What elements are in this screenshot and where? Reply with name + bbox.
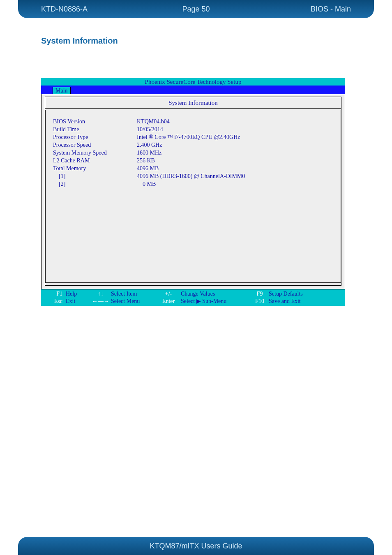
header-left: KTD-N0886-A: [41, 5, 88, 14]
key-f9: F9: [251, 290, 269, 298]
page-header-banner: KTD-N0886-A Page 50 BIOS - Main: [18, 0, 374, 18]
key-esc: Esc: [41, 298, 66, 305]
bios-setup-title: Phoenix SecureCore Technology Setup: [41, 78, 345, 86]
bios-info-row: Processor Speed 2.400 GHz: [51, 141, 336, 149]
bios-info-label: Processor Speed: [51, 141, 137, 149]
bios-info-label: Build Time: [51, 125, 137, 133]
footer-text: KTQM87/mITX Users Guide: [150, 542, 242, 550]
bios-info-value: 0 MB: [137, 180, 336, 188]
header-right: BIOS - Main: [311, 5, 351, 14]
bios-info-label: BIOS Version: [51, 118, 137, 125]
key-plusminus: +/-: [156, 290, 181, 298]
bios-footer-help: F1 Help ↑↓ Select Item +/- Change Values…: [41, 289, 345, 306]
bios-info-value: Intel ® Core ™ i7-4700EQ CPU @2.40GHz: [137, 133, 336, 141]
action-save-exit: Save and Exit: [269, 298, 345, 305]
bios-info-row: Build Time 10/05/2014: [51, 125, 336, 133]
bios-panel: System Information BIOS Version KTQM04.b…: [45, 97, 341, 286]
bios-info-row: Total Memory 4096 MB: [51, 164, 336, 172]
action-exit: Exit: [66, 298, 90, 305]
bios-footer-row: Esc Exit ←—→ Select Menu Enter Select ▶ …: [41, 298, 345, 305]
page-footer-banner: KTQM87/mITX Users Guide: [18, 537, 374, 555]
bios-info-table: BIOS Version KTQM04.b04 Build Time 10/05…: [51, 118, 336, 188]
bios-info-row: Processor Type Intel ® Core ™ i7-4700EQ …: [51, 133, 336, 141]
bios-info-value: KTQM04.b04: [137, 118, 336, 125]
bios-info-label: Total Memory: [51, 164, 137, 172]
bios-info-value: 256 KB: [137, 157, 336, 164]
action-help: Help: [66, 290, 90, 298]
key-leftright: ←—→: [90, 298, 111, 305]
bios-info-row: L2 Cache RAM 256 KB: [51, 157, 336, 164]
action-select-item: Select Item: [111, 290, 156, 298]
bios-info-value: 4096 MB (DDR3-1600) @ ChannelA-DIMM0: [137, 172, 336, 180]
bios-info-value: 2.400 GHz: [137, 141, 336, 149]
bios-footer-row: F1 Help ↑↓ Select Item +/- Change Values…: [41, 290, 345, 298]
bios-tab-bar: Main: [41, 86, 345, 94]
bios-screenshot: Phoenix SecureCore Technology Setup Main…: [41, 78, 345, 306]
section-heading: System Information: [41, 36, 118, 46]
bios-info-label: Processor Type: [51, 133, 137, 141]
bios-info-label: [2]: [51, 180, 137, 188]
bios-info-row: System Memory Speed 1600 MHz: [51, 149, 336, 157]
action-select-submenu: Select ▶ Sub-Menu: [181, 298, 251, 305]
key-f10: F10: [251, 298, 269, 305]
bios-body: System Information BIOS Version KTQM04.b…: [41, 94, 345, 289]
bios-info-row: [2] 0 MB: [51, 180, 336, 188]
action-select-menu: Select Menu: [111, 298, 156, 305]
bios-info-row: BIOS Version KTQM04.b04: [51, 118, 336, 125]
bios-info-value: 4096 MB: [137, 164, 336, 172]
key-f1: F1: [41, 290, 66, 298]
bios-info-value: 1600 MHz: [137, 149, 336, 157]
key-enter: Enter: [156, 298, 181, 305]
bios-info-value: 10/05/2014: [137, 125, 336, 133]
bios-tab-main[interactable]: Main: [53, 87, 71, 94]
bios-info-label: L2 Cache RAM: [51, 157, 137, 164]
key-updown: ↑↓: [90, 290, 111, 298]
bios-info-label: [1]: [51, 172, 137, 180]
bios-panel-title: System Information: [45, 99, 341, 109]
action-setup-defaults: Setup Defaults: [269, 290, 345, 298]
action-change-values: Change Values: [181, 290, 251, 298]
header-center: Page 50: [182, 5, 210, 14]
bios-panel-content: BIOS Version KTQM04.b04 Build Time 10/05…: [45, 110, 341, 283]
bios-info-row: [1] 4096 MB (DDR3-1600) @ ChannelA-DIMM0: [51, 172, 336, 180]
bios-info-label: System Memory Speed: [51, 149, 137, 157]
